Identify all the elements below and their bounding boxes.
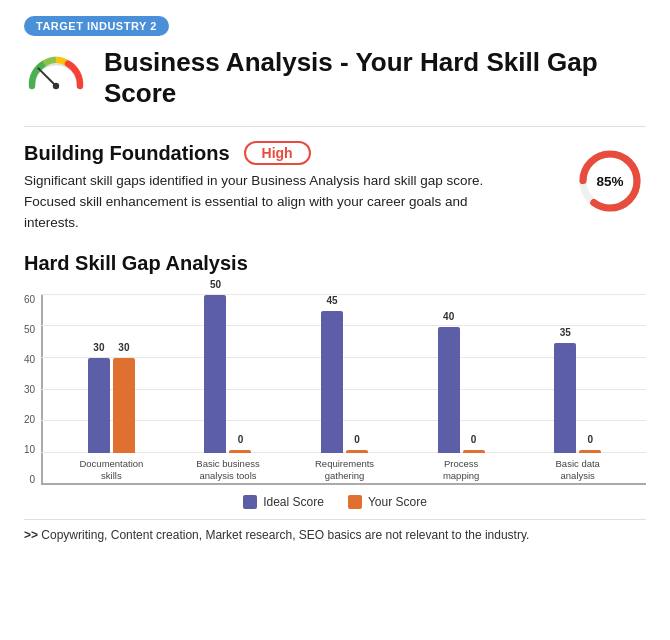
y-label-50: 50 xyxy=(24,325,35,335)
bar-orange-documentation: 30 xyxy=(113,358,135,453)
chart-legend: Ideal Score Your Score xyxy=(24,495,646,509)
bar-orange-data-analysis: 0 xyxy=(579,450,601,453)
bar-value-your-5: 0 xyxy=(587,434,593,445)
bar-group-requirements: 45 0 Requirements gathering xyxy=(286,311,403,483)
y-axis-labels: 0 10 20 30 40 50 60 xyxy=(24,285,35,485)
bar-group-process-mapping: 40 0 Process mapping xyxy=(403,327,520,483)
bar-orange-requirements: 0 xyxy=(346,450,368,453)
bar-group-data-analysis: 35 0 Basic data analysis xyxy=(519,343,636,483)
y-label-10: 10 xyxy=(24,445,35,455)
bar-label-4: Process mapping xyxy=(426,458,496,483)
bar-blue-documentation: 30 xyxy=(88,358,110,453)
svg-text:85%: 85% xyxy=(596,174,623,189)
score-circle-chart: 85% xyxy=(574,145,646,217)
bar-label-3: Requirements gathering xyxy=(310,458,380,483)
bar-value-ideal-1: 30 xyxy=(93,342,104,353)
bar-blue-data-analysis: 35 xyxy=(554,343,576,453)
bar-blue-requirements: 45 xyxy=(321,311,343,453)
bar-group-documentation: 30 30 Documentation skills xyxy=(53,358,170,483)
svg-point-1 xyxy=(53,83,59,89)
foundations-section: Building Foundations High Significant sk… xyxy=(24,141,646,234)
bar-pair-4: 40 0 xyxy=(438,327,485,453)
bar-value-your-4: 0 xyxy=(471,434,477,445)
bar-pair-5: 35 0 xyxy=(554,343,601,453)
legend-your: Your Score xyxy=(348,495,427,509)
bar-chart-area: 0 10 20 30 40 50 60 xyxy=(24,285,646,485)
gauge-icon xyxy=(24,46,88,110)
y-label-30: 30 xyxy=(24,385,35,395)
bar-orange-business-tools: 0 xyxy=(229,450,251,453)
footer-text: Copywriting, Content creation, Market re… xyxy=(41,528,529,542)
bar-label-2: Basic business analysis tools xyxy=(193,458,263,483)
footer-prefix: >> xyxy=(24,528,38,542)
badge-container: TARGET INDUSTRY 2 xyxy=(24,16,646,46)
foundations-title-row: Building Foundations High xyxy=(24,141,564,165)
bar-value-ideal-5: 35 xyxy=(560,327,571,338)
bar-value-your-3: 0 xyxy=(354,434,360,445)
bar-value-ideal-4: 40 xyxy=(443,311,454,322)
legend-dot-your xyxy=(348,495,362,509)
legend-ideal: Ideal Score xyxy=(243,495,324,509)
foundations-description: Significant skill gaps identified in you… xyxy=(24,171,484,234)
bar-pair-2: 50 0 xyxy=(204,295,251,453)
bar-value-your-1: 30 xyxy=(118,342,129,353)
bar-pair-1: 30 30 xyxy=(88,358,135,453)
divider xyxy=(24,126,646,127)
y-label-20: 20 xyxy=(24,415,35,425)
bar-label-1: Documentation skills xyxy=(76,458,146,483)
bar-orange-process-mapping: 0 xyxy=(463,450,485,453)
chart-section-title: Hard Skill Gap Analysis xyxy=(24,252,646,275)
page-title: Business Analysis - Your Hard Skill Gap … xyxy=(104,47,646,109)
legend-dot-ideal xyxy=(243,495,257,509)
bar-blue-business-tools: 50 xyxy=(204,295,226,453)
target-badge: TARGET INDUSTRY 2 xyxy=(24,16,169,36)
y-label-60: 60 xyxy=(24,295,35,305)
y-label-40: 40 xyxy=(24,355,35,365)
bar-value-ideal-2: 50 xyxy=(210,279,221,290)
bar-blue-process-mapping: 40 xyxy=(438,327,460,453)
bar-label-5: Basic data analysis xyxy=(543,458,613,483)
footer-note: >> Copywriting, Content creation, Market… xyxy=(24,519,646,542)
score-circle-container: 85% xyxy=(574,145,646,217)
foundations-left: Building Foundations High Significant sk… xyxy=(24,141,564,234)
header-row: Business Analysis - Your Hard Skill Gap … xyxy=(24,46,646,110)
bar-pair-3: 45 0 xyxy=(321,311,368,453)
foundations-title: Building Foundations xyxy=(24,142,230,165)
bar-value-ideal-3: 45 xyxy=(327,295,338,306)
bar-group-business-tools: 50 0 Basic business analysis tools xyxy=(170,295,287,483)
bar-value-your-2: 0 xyxy=(238,434,244,445)
y-label-0: 0 xyxy=(24,475,35,485)
svg-line-0 xyxy=(38,68,56,86)
legend-your-label: Your Score xyxy=(368,495,427,509)
legend-ideal-label: Ideal Score xyxy=(263,495,324,509)
high-badge: High xyxy=(244,141,311,165)
